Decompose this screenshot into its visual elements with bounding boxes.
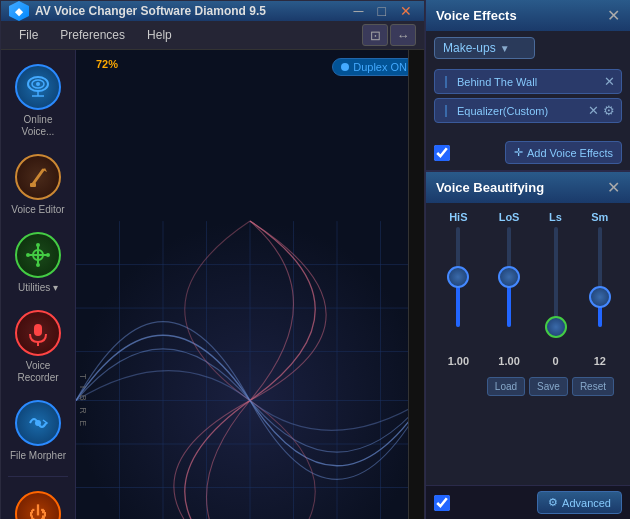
sidebar-item-utilities[interactable]: Utilities ▾ (4, 226, 72, 300)
vb-action-buttons: Load Save Reset (434, 373, 622, 400)
vb-col-sm: Sm 12 (591, 211, 608, 367)
title-bar: ◆ AV Voice Changer Software Diamond 9.5 … (1, 1, 424, 21)
ve-close-button[interactable]: ✕ (607, 6, 620, 25)
sidebar-item-voice-recorder[interactable]: Voice Recorder (4, 304, 72, 390)
vb-col-his-label: HiS (449, 211, 467, 223)
file-morpher-icon (15, 400, 61, 446)
vb-col-ls: Ls 0 (549, 211, 562, 367)
voice-editor-icon (15, 154, 61, 200)
close-button[interactable]: ✕ (396, 4, 416, 18)
svg-point-12 (46, 253, 50, 257)
online-voice-icon (15, 64, 61, 110)
vb-col-ls-label: Ls (549, 211, 562, 223)
menu-icon-btn-1[interactable]: ⊡ (362, 24, 388, 46)
vb-header: Voice Beautifying ✕ (426, 172, 630, 203)
scroll-track[interactable]: 🔊 (408, 50, 424, 519)
minimize-button[interactable]: ─ (350, 4, 368, 18)
ve-connector-1 (441, 76, 451, 88)
vb-value-ls: 0 (552, 355, 558, 367)
ve-effect-label-2: Equalizer(Custom) (457, 105, 584, 117)
ve-effect-label-1: Behind The Wall (457, 76, 600, 88)
vb-slider-his[interactable] (456, 227, 460, 347)
vb-advanced-button[interactable]: ⚙ Advanced (537, 491, 622, 514)
sidebar-item-onoff[interactable]: ⏻ ON/OFF (4, 485, 72, 519)
vb-bottom-bar: ⚙ Advanced (426, 485, 630, 519)
menu-preferences[interactable]: Preferences (50, 25, 135, 45)
gear-icon[interactable]: ⚙ (603, 103, 615, 118)
menu-bar: File Preferences Help ⊡ ↔ (1, 21, 424, 50)
voice-recorder-icon (15, 310, 61, 356)
duplex-label: Duplex ON (353, 61, 407, 73)
app-title: AV Voice Changer Software Diamond 9.5 (35, 4, 344, 18)
sidebar-item-voice-editor[interactable]: Voice Editor (4, 148, 72, 222)
svg-point-2 (36, 82, 40, 86)
vb-close-button[interactable]: ✕ (607, 178, 620, 197)
ve-effect-item-2: Equalizer(Custom) ✕ ⚙ (434, 98, 622, 123)
vb-value-los: 1.00 (498, 355, 519, 367)
ve-header: Voice Effects ✕ (426, 0, 630, 31)
vb-slider-ls[interactable] (554, 227, 558, 347)
vb-track-sm (598, 227, 602, 327)
ve-effects-list: Behind The Wall ✕ Equalizer(Custom) ✕ ⚙ (426, 65, 630, 135)
menu-icon-btn-2[interactable]: ↔ (390, 24, 416, 46)
ve-footer: ✛ Add Voice Effects (426, 135, 630, 170)
svg-rect-5 (30, 183, 36, 187)
ve-effect-item-1: Behind The Wall ✕ (434, 69, 622, 94)
maximize-button[interactable]: □ (374, 4, 390, 18)
vb-slider-sm[interactable] (598, 227, 602, 347)
ve-enable-checkbox[interactable] (434, 145, 450, 161)
vb-knob-ls[interactable] (545, 316, 567, 338)
svg-rect-13 (34, 324, 42, 336)
menu-help[interactable]: Help (137, 25, 182, 45)
morph-area[interactable]: T I B R E 72% Duplex ON PITCH 161% 🔊 (76, 50, 424, 519)
ve-effect-remove-1[interactable]: ✕ (604, 74, 615, 89)
ve-add-button[interactable]: ✛ Add Voice Effects (505, 141, 622, 164)
voice-editor-label: Voice Editor (11, 204, 64, 216)
ve-makeup-dropdown[interactable]: Make-ups ▼ (434, 37, 535, 59)
vb-slider-los[interactable] (507, 227, 511, 347)
right-panel: Voice Effects ✕ Make-ups ▼ Behind The Wa… (425, 0, 630, 519)
tibre-label: T I B R E (78, 373, 88, 427)
vb-knob-los[interactable] (498, 266, 520, 288)
connector-line-2 (445, 105, 447, 117)
vb-knob-sm[interactable] (589, 286, 611, 308)
vb-save-button[interactable]: Save (529, 377, 568, 396)
vb-col-his: HiS 1.00 (448, 211, 469, 367)
vb-reset-button[interactable]: Reset (572, 377, 614, 396)
file-morpher-label: File Morpher (10, 450, 66, 462)
menu-file[interactable]: File (9, 25, 48, 45)
sidebar-item-online-voice[interactable]: Online Voice... (4, 58, 72, 144)
sidebar: Online Voice... Voice Editor (1, 50, 76, 519)
vb-col-los-label: LoS (499, 211, 520, 223)
vb-track-los (507, 227, 511, 327)
svg-point-9 (36, 243, 40, 247)
duplex-badge: Duplex ON (332, 58, 416, 76)
app-icon: ◆ (9, 1, 29, 21)
plus-icon: ✛ (514, 146, 523, 159)
ve-connector-2 (441, 105, 451, 117)
vb-enable-checkbox[interactable] (434, 495, 450, 511)
voice-beautifying-panel: Voice Beautifying ✕ HiS 1.00 (426, 172, 630, 519)
onoff-button[interactable]: ⏻ (15, 491, 61, 519)
sidebar-divider (8, 476, 68, 477)
ve-effect-remove-2[interactable]: ✕ (588, 103, 599, 118)
utilities-icon (15, 232, 61, 278)
duplex-dot (341, 63, 349, 71)
main-area: Online Voice... Voice Editor (1, 50, 424, 519)
sidebar-item-file-morpher[interactable]: File Morpher (4, 394, 72, 468)
vb-col-los: LoS 1.00 (498, 211, 519, 367)
utilities-label: Utilities ▾ (18, 282, 58, 294)
vb-load-button[interactable]: Load (487, 377, 525, 396)
ve-title: Voice Effects (436, 8, 517, 23)
vb-columns: HiS 1.00 LoS (434, 211, 622, 367)
vb-knob-his[interactable] (447, 266, 469, 288)
svg-point-15 (35, 420, 41, 426)
vb-content: HiS 1.00 LoS (426, 203, 630, 485)
connector-line-1 (445, 76, 447, 88)
vb-track-ls (554, 227, 558, 327)
menu-icons: ⊡ ↔ (362, 24, 416, 46)
voice-effects-panel: Voice Effects ✕ Make-ups ▼ Behind The Wa… (426, 0, 630, 172)
svg-point-11 (26, 253, 30, 257)
ve-dropdown-row: Make-ups ▼ (426, 31, 630, 65)
chevron-down-icon: ▼ (500, 43, 510, 54)
